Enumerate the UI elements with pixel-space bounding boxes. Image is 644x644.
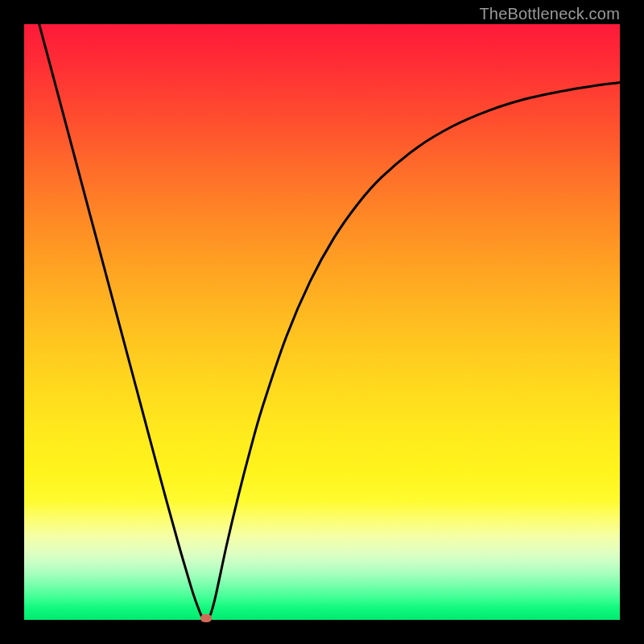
curve-svg <box>24 24 620 620</box>
watermark-text: TheBottleneck.com <box>479 5 620 23</box>
optimum-marker <box>200 614 212 622</box>
bottleneck-curve <box>24 24 620 620</box>
plot-area <box>24 24 620 620</box>
chart-frame: TheBottleneck.com <box>0 0 644 644</box>
